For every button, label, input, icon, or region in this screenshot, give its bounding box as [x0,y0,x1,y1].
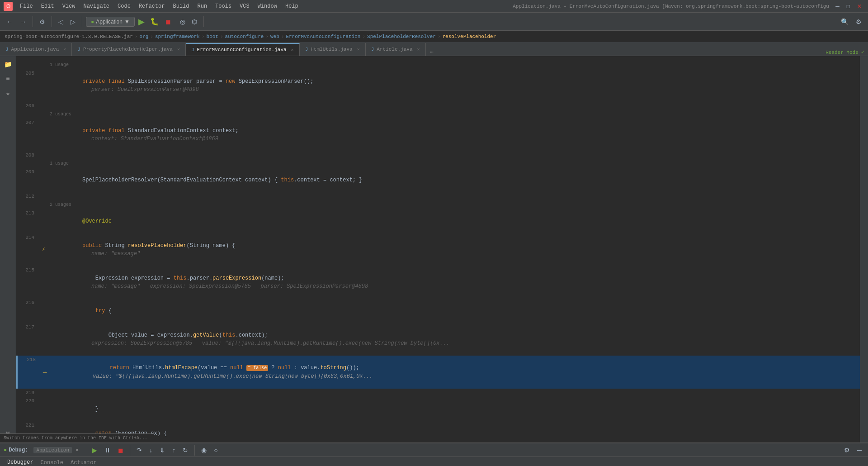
tab-errormvc-close[interactable]: ✕ [291,47,294,52]
breadcrumb-class[interactable]: ErrorMvcAutoConfiguration [286,34,360,39]
debugger-tab[interactable]: Debugger [4,457,37,466]
menu-tools[interactable]: Tools [212,2,235,10]
close-button[interactable]: ✕ [854,1,864,11]
menu-run[interactable]: Run [193,2,211,10]
console-tab[interactable]: Console [37,458,67,466]
settings-button[interactable]: ⚙ [37,16,48,27]
mute-breakpoints-button[interactable]: ○ [211,445,220,456]
minimize-button[interactable]: ─ [833,1,842,11]
back-button[interactable]: ← [4,16,15,27]
menu-vcs[interactable]: VCS [236,2,253,10]
menu-code[interactable]: Code [114,2,134,10]
breadcrumb-jar[interactable]: spring-boot-autoconfigure-1.3.0.RELEASE.… [5,34,133,39]
top-spacer [16,56,860,61]
stop-debug-button[interactable]: ◼ [115,445,126,456]
line-content-207: private final StandardEvaluationContext … [48,119,860,151]
code-line-205: 205 private final SpelExpressionParser p… [16,69,860,102]
menu-help[interactable]: Help [282,2,302,10]
line-content-221: catch (Exception ex) { [48,421,860,442]
gutter-217 [39,323,48,356]
debug-header: ● Debug: Application ✕ ▶ ⏸ ◼ ↷ ↓ ⇓ ↑ ↻ ◉… [0,443,868,457]
actuator-tab[interactable]: Actuator [67,458,100,466]
resume-button[interactable]: ▶ [90,445,100,456]
app-config-dropdown[interactable]: ● Application ▼ [86,17,135,27]
tab-property-label: PropertyPlaceholderHelper.java [83,47,173,52]
coverage-button[interactable]: ◎ [177,16,188,27]
reader-mode-checkmark: ✓ [861,49,864,56]
breadcrumb-org[interactable]: org [139,34,148,39]
tab-article[interactable]: J Article.java ✕ [366,43,426,56]
structure-icon[interactable]: ≡ [2,72,14,85]
breadcrumb-springframework[interactable]: springframework [155,34,200,39]
code-line-usage-2usages: 2 usages [16,110,860,119]
breadcrumb-boot[interactable]: boot [207,34,218,39]
code-line-219: 219 [16,389,860,397]
force-step-into-button[interactable]: ⇓ [157,445,168,456]
sep8: › [438,34,441,39]
menu-build[interactable]: Build [169,2,193,10]
debug-close-btn[interactable]: ✕ [75,447,79,453]
debug-sep2 [194,445,195,456]
tab-errormvc[interactable]: J ErrorMvcAutoConfiguration.java ✕ [186,43,300,56]
pause-button[interactable]: ⏸ [102,445,113,456]
tab-htmlutils-close[interactable]: ✕ [357,47,360,52]
tab-article-icon: J [371,47,374,52]
tab-property[interactable]: J PropertyPlaceholderHelper.java ✕ [72,43,186,56]
breadcrumb-method[interactable]: resolvePlaceholder [442,34,496,39]
tab-property-close[interactable]: ✕ [177,47,180,52]
code-editor[interactable]: 1 usage 205 private final SpelExpression… [16,56,860,442]
tab-application-close[interactable]: ✕ [63,47,66,52]
menu-bar: ⬡ File Edit View Navigate Code Refactor … [0,0,868,13]
view-breakpoints-button[interactable]: ◉ [198,445,209,456]
forward-button[interactable]: → [17,16,29,27]
app-config-label: Application [96,19,123,25]
menu-window[interactable]: Window [254,2,281,10]
line-num-215: 215 [16,266,39,299]
debug-active-icon: ● [4,447,7,453]
reader-mode-label[interactable]: Reader Mode [826,50,859,55]
step-into-button[interactable]: ↓ [146,445,155,456]
step-over-button[interactable]: ↷ [134,445,145,456]
menu-view[interactable]: View [59,2,79,10]
menu-edit[interactable]: Edit [38,2,58,10]
gutter-207 [39,119,48,151]
settings-gear-button[interactable]: ⚙ [853,16,864,27]
run-to-cursor-button[interactable]: ↻ [180,445,191,456]
run-button[interactable]: ▶ [137,16,146,28]
line-num-219: 219 [16,389,39,397]
debug-exec-icon: ⚡ [42,246,45,254]
breadcrumb-inner[interactable]: SpelPlaceholderResolver [367,34,436,39]
code-line-214: 214 ⚡ public String resolvePlaceholder(S… [16,233,860,266]
profile-button[interactable]: ⌬ [189,16,200,27]
search-everywhere-button[interactable]: 🔍 [838,16,851,27]
breadcrumb-web[interactable]: web [270,34,279,39]
line-content-213: @Override [48,209,860,233]
tab-article-close[interactable]: ✕ [417,47,420,52]
tab-htmlutils[interactable]: J HtmlUtils.java ✕ [300,43,366,56]
menu-file[interactable]: File [16,2,37,10]
menu-navigate[interactable]: Navigate [80,2,113,10]
more-tabs-button[interactable]: ⋯ [427,49,437,56]
navigate-back-button[interactable]: ◁ [56,16,66,27]
favorites-icon[interactable]: ★ [2,87,14,100]
separator4 [203,16,204,27]
tab-htmlutils-label: HtmlUtils.java [311,47,352,52]
line-num-216: 216 [16,299,39,323]
project-icon[interactable]: 📁 [2,58,14,71]
menu-refactor[interactable]: Refactor [135,2,169,10]
gutter-empty2 [39,110,48,119]
tab-application[interactable]: J Application.java ✕ [0,43,72,56]
debug-settings-button[interactable]: ⚙ [841,445,853,456]
step-out-button[interactable]: ↑ [170,445,178,456]
tab-htmlutils-icon: J [305,47,308,52]
tab-property-icon: J [77,47,80,52]
navigate-forward-button[interactable]: ▷ [68,16,78,27]
stop-button[interactable]: ◼ [163,16,174,27]
breadcrumb-autoconfigure[interactable]: autoconfigure [225,34,264,39]
debug-minimize-button[interactable]: ─ [854,445,864,456]
sep2: › [150,34,153,39]
maximize-button[interactable]: □ [844,1,853,11]
debug-app-tag: Application [33,447,72,453]
gutter-212 [39,192,48,200]
debug-button[interactable]: 🐛 [148,16,161,27]
